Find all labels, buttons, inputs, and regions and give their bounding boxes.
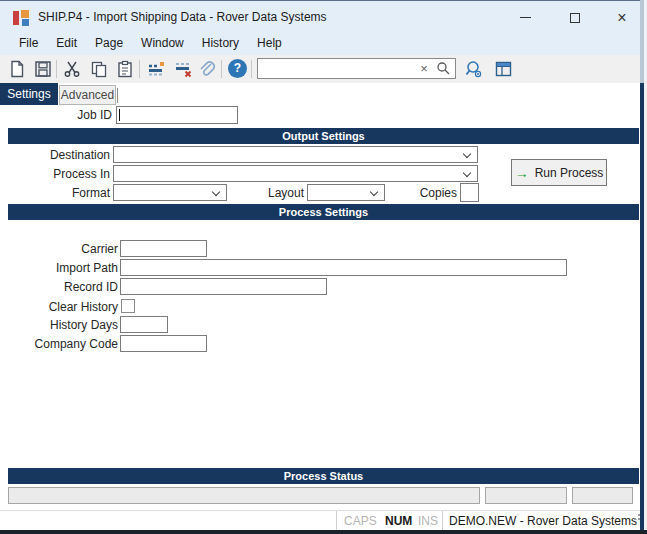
copies-input[interactable]	[460, 183, 479, 202]
paste-icon	[116, 60, 134, 78]
paste-button[interactable]	[115, 59, 135, 79]
maximize-icon	[570, 13, 580, 23]
process-status-field-1	[8, 487, 480, 504]
destination-label: Destination	[0, 148, 110, 163]
toolbar-search	[257, 58, 456, 79]
text-caret	[119, 109, 120, 121]
help-button[interactable]	[228, 59, 247, 78]
window-title: SHIP.P4 - Import Shipping Data - Rover D…	[38, 2, 327, 33]
layout-label: Layout	[232, 186, 304, 201]
search-icon[interactable]	[436, 61, 451, 76]
table-view-button[interactable]	[493, 59, 513, 79]
status-separator	[442, 511, 443, 531]
new-document-button[interactable]	[7, 59, 27, 79]
delete-row-button[interactable]	[173, 59, 193, 79]
copy-icon	[90, 60, 108, 78]
tab-settings[interactable]: Settings	[0, 83, 58, 105]
process-status-field-2	[485, 487, 567, 504]
save-icon	[34, 60, 52, 78]
chevron-down-icon	[370, 188, 378, 196]
num-indicator: NUM	[385, 511, 412, 531]
output-settings-header: Output Settings	[8, 128, 639, 144]
status-context: DEMO.NEW - Rover Data Systems	[449, 511, 637, 531]
insert-row-button[interactable]	[146, 59, 166, 79]
toolbar-separator	[251, 60, 252, 78]
company-code-input[interactable]	[120, 335, 207, 352]
tab-strip: Settings Advanced	[0, 83, 647, 105]
toolbar-separator	[139, 60, 140, 78]
caps-indicator: CAPS	[344, 511, 377, 531]
menu-file[interactable]: File	[10, 32, 47, 55]
company-code-label: Company Code	[0, 337, 118, 352]
history-days-label: History Days	[0, 318, 118, 333]
import-path-label: Import Path	[0, 261, 118, 276]
menu-window[interactable]: Window	[132, 32, 193, 55]
chevron-down-icon	[463, 150, 471, 158]
save-button[interactable]	[33, 59, 53, 79]
app-window: SHIP.P4 - Import Shipping Data - Rover D…	[0, 0, 647, 534]
app-icon	[13, 10, 30, 26]
maximize-button[interactable]	[555, 2, 595, 33]
close-icon: ×	[617, 10, 626, 26]
toolbar-separator	[221, 60, 222, 78]
attachment-button[interactable]	[197, 59, 217, 79]
delete-row-icon	[174, 60, 193, 78]
history-days-input[interactable]	[120, 316, 168, 333]
table-view-icon	[494, 60, 513, 78]
clear-history-checkbox[interactable]	[121, 299, 135, 313]
title-bar: SHIP.P4 - Import Shipping Data - Rover D…	[0, 1, 647, 32]
insert-row-icon	[147, 60, 166, 78]
destination-select[interactable]	[113, 146, 478, 163]
process-status-header: Process Status	[8, 468, 639, 484]
copy-button[interactable]	[89, 59, 109, 79]
import-path-input[interactable]	[120, 259, 567, 276]
job-id-input[interactable]	[116, 106, 238, 124]
menu-help[interactable]: Help	[248, 32, 291, 55]
format-select[interactable]	[113, 184, 227, 201]
paperclip-icon	[198, 60, 216, 78]
chevron-down-icon	[212, 188, 220, 196]
record-id-input[interactable]	[120, 278, 327, 295]
chevron-down-icon	[463, 169, 471, 177]
record-id-label: Record ID	[0, 280, 118, 295]
run-process-button[interactable]: → Run Process	[511, 159, 607, 186]
menu-edit[interactable]: Edit	[47, 32, 86, 55]
status-bar: CAPS NUM INS DEMO.NEW - Rover Data Syste…	[0, 510, 647, 530]
minimize-icon	[520, 17, 531, 18]
lookup-preview-button[interactable]	[464, 59, 484, 79]
minimize-button[interactable]	[505, 2, 545, 33]
ins-indicator: INS	[418, 511, 438, 531]
menu-bar: File Edit Page Window History Help	[0, 32, 647, 55]
layout-select[interactable]	[307, 184, 385, 201]
clear-history-label: Clear History	[0, 300, 118, 315]
search-input[interactable]	[260, 60, 420, 77]
toolbar-separator	[56, 60, 57, 78]
lookup-preview-icon	[464, 60, 484, 79]
window-bottom-border	[0, 530, 647, 534]
tab-advanced[interactable]: Advanced	[59, 85, 116, 105]
clear-search-icon[interactable]	[417, 59, 431, 78]
menu-history[interactable]: History	[193, 32, 248, 55]
format-label: Format	[0, 186, 110, 201]
cut-icon	[63, 60, 81, 78]
close-button[interactable]: ×	[602, 2, 642, 33]
status-separator	[336, 511, 337, 531]
carrier-label: Carrier	[0, 242, 118, 257]
menu-page[interactable]: Page	[86, 32, 132, 55]
run-process-label: Run Process	[535, 166, 604, 180]
process-settings-header: Process Settings	[8, 204, 639, 220]
job-id-label: Job ID	[0, 108, 112, 123]
new-document-icon	[8, 60, 26, 78]
process-in-label: Process In	[0, 167, 110, 182]
process-status-field-3	[572, 487, 633, 504]
run-arrow-icon: →	[515, 166, 529, 180]
copies-label: Copies	[386, 186, 457, 201]
process-in-select[interactable]	[113, 165, 478, 182]
cut-button[interactable]	[62, 59, 82, 79]
carrier-input[interactable]	[120, 240, 207, 257]
